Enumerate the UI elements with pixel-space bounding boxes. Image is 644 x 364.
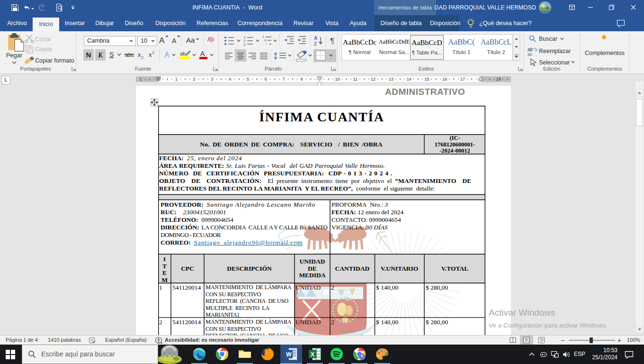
svg-text:7: 7 [283,77,285,82]
svg-text:11: 11 [353,77,358,82]
svg-text:X: X [311,351,314,358]
svg-text:ac: ac [528,52,533,57]
svg-text:5: 5 [247,77,249,82]
svg-text:ab: ab [180,51,186,56]
svg-text:1: 1 [262,35,264,38]
svg-text:12: 12 [371,77,376,82]
svg-text:W: W [286,351,292,358]
svg-text:Buscar: Buscar [539,36,557,42]
svg-text:i: i [266,42,267,46]
svg-text:a: a [264,38,266,42]
svg-text:3: 3 [211,77,213,82]
svg-text:abc: abc [125,52,134,58]
svg-text:2: 2 [152,50,154,55]
svg-text:A: A [314,36,317,41]
svg-text:1: 1 [175,77,178,82]
svg-text:14: 14 [407,77,411,82]
svg-text:6: 6 [265,77,267,82]
svg-text:A: A [172,37,177,45]
svg-text:2: 2 [193,77,196,82]
svg-text:x: x [138,51,141,58]
svg-text:S: S [109,51,114,58]
svg-text:A: A [200,50,205,57]
svg-text:x: x [149,51,152,58]
svg-text:2: 2 [141,55,143,60]
svg-text:K: K [98,52,103,59]
svg-text:15: 15 [424,77,429,82]
svg-text:16: 16 [442,77,447,82]
svg-text:3: 3 [243,43,246,47]
svg-text:8: 8 [300,77,303,82]
svg-text:Pegar: Pegar [6,52,23,59]
svg-text:13: 13 [389,77,394,82]
svg-text:4: 4 [229,77,231,82]
svg-text:Reemplazar: Reemplazar [539,48,571,55]
svg-text:Copiar formato: Copiar formato [35,57,74,64]
svg-text:19: 19 [496,77,501,82]
svg-text:¶: ¶ [330,36,334,46]
svg-text:Cortar: Cortar [35,36,52,43]
svg-text:Aa: Aa [186,36,195,44]
svg-text:N: N [86,51,91,59]
svg-text:17: 17 [460,77,465,82]
svg-text:Seleccionar: Seleccionar [539,59,570,66]
svg-text:Copiar: Copiar [35,46,53,53]
svg-text:10: 10 [335,77,340,82]
svg-text:A: A [159,36,165,45]
svg-text:Z: Z [314,41,317,46]
svg-text:A: A [164,51,170,59]
svg-text:1: 1 [139,77,142,82]
